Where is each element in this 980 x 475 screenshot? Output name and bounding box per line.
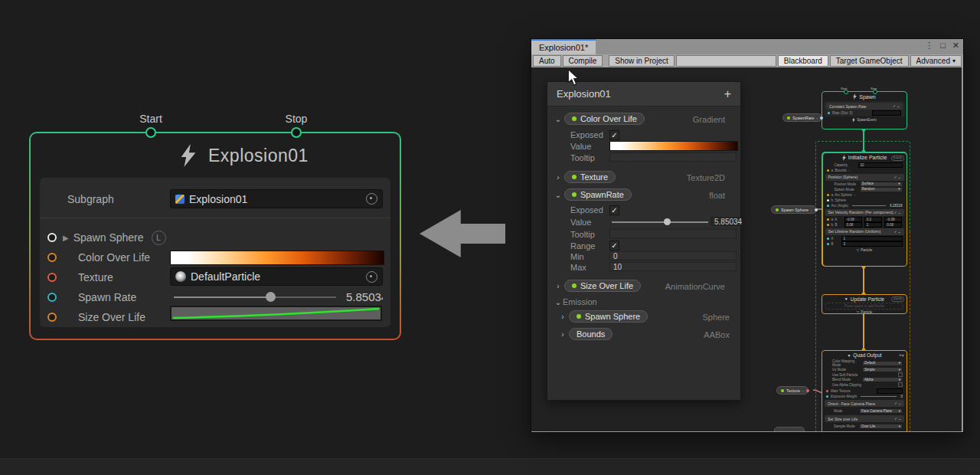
- velocity-a-port[interactable]: [827, 218, 829, 221]
- velocity-a-x[interactable]: -0.08: [844, 217, 862, 222]
- spawnrate-parameter-node[interactable]: SpawnRate ›: [782, 113, 822, 122]
- min-field[interactable]: 0: [609, 251, 737, 260]
- spawnrate-value-field[interactable]: 5.85034: [710, 217, 740, 226]
- main-texture-port[interactable]: [826, 390, 828, 392]
- property-pill-texture[interactable]: Texture: [564, 171, 616, 183]
- foldout-icon[interactable]: ›: [554, 282, 563, 290]
- property-pill-bounds[interactable]: Bounds: [569, 328, 612, 340]
- spawn-rate-port[interactable]: [47, 293, 57, 302]
- curve-field[interactable]: [170, 306, 382, 321]
- auto-button[interactable]: Auto: [533, 55, 561, 67]
- velocity-b-y[interactable]: 1: [864, 222, 882, 228]
- capacity-field[interactable]: 32: [858, 162, 903, 168]
- add-blocks-placeholder[interactable]: Press space to add blocks: [844, 304, 885, 308]
- bounds-port[interactable]: [827, 169, 829, 172]
- texture-field[interactable]: DefaultParticle: [170, 267, 383, 286]
- texture-parameter-node[interactable]: Texture ›: [776, 386, 808, 395]
- blend-mode-dropdown[interactable]: Alpha▾: [862, 377, 903, 382]
- main-texture-field[interactable]: [877, 388, 903, 394]
- graph-canvas[interactable]: Explosion01 + ⌄ Color Over Life Gradient…: [531, 67, 962, 431]
- rate-port[interactable]: [828, 112, 830, 114]
- blackboard-toggle-button[interactable]: Blackboard: [778, 55, 828, 67]
- tab-explosion01[interactable]: Explosion01*: [531, 39, 596, 54]
- spawn-mode-dropdown[interactable]: Random▾: [860, 187, 903, 192]
- foldout-icon[interactable]: ›: [558, 313, 567, 321]
- set-size-over-life-block[interactable]: Set Size over Life ✓ ⌄: [825, 415, 904, 422]
- orient-block[interactable]: Orient : Face Camera Plane ✓ ⌄: [825, 400, 904, 407]
- exposed-checkbox[interactable]: ✓: [609, 205, 619, 215]
- close-icon[interactable]: ✕: [952, 41, 959, 51]
- collapse-icon[interactable]: ›: [802, 388, 804, 393]
- expand-icon[interactable]: ›: [854, 193, 856, 197]
- start-port[interactable]: [145, 127, 156, 138]
- size-over-life-port[interactable]: [47, 313, 57, 322]
- gradient-value-field[interactable]: [609, 141, 738, 151]
- lifetime-b-field[interactable]: 3: [841, 241, 903, 247]
- spawn-rate-value[interactable]: 5.85034: [346, 290, 383, 304]
- tooltip-field[interactable]: [609, 229, 737, 238]
- property-pill-color-over-life[interactable]: Color Over Life: [564, 113, 645, 125]
- rate-field[interactable]: [872, 110, 901, 116]
- clipped-parameter-node[interactable]: [774, 427, 805, 431]
- set-lifetime-random-block[interactable]: Set Lifetime Random (Uniform) ✓ ⌄: [825, 228, 904, 235]
- spawn-sphere-parameter-node[interactable]: Spawn Sphere ›: [771, 205, 817, 214]
- foldout-icon[interactable]: ›: [558, 330, 567, 339]
- exposed-checkbox[interactable]: ✓: [609, 130, 619, 140]
- foldout-icon[interactable]: ⌄: [554, 115, 563, 123]
- foldout-icon[interactable]: ⌄: [554, 191, 563, 199]
- arc-port[interactable]: [827, 205, 829, 207]
- property-pill-spawn-sphere[interactable]: Spawn Sphere: [569, 310, 648, 323]
- orient-mode-dropdown[interactable]: Face Camera Plane▾: [859, 408, 903, 414]
- add-property-button[interactable]: +: [724, 88, 731, 100]
- show-in-project-button[interactable]: Show in Project: [609, 55, 674, 67]
- advanced-dropdown-button[interactable]: Advanced▾: [910, 55, 962, 67]
- vfx-graph-window[interactable]: Explosion01* ⋮ □ ✕ Auto Compile Show in …: [531, 38, 964, 433]
- position-sphere-block[interactable]: Position (Sphere) ✓ ⌄: [825, 174, 904, 181]
- max-field[interactable]: 10: [609, 262, 737, 271]
- space-badge[interactable]: (Local): [891, 156, 904, 161]
- update-node[interactable]: ▼ Update Particle (Local) Press space to…: [822, 294, 907, 314]
- spawn-rate-slider[interactable]: [174, 296, 336, 299]
- spawn-node[interactable]: Spawn Constant Spawn Rate ✓ ⌄ Rate (Slot…: [822, 91, 907, 129]
- arc-value[interactable]: 6.28318: [890, 204, 902, 208]
- spawnrate-slider[interactable]: [612, 221, 708, 223]
- collapse-icon[interactable]: ›: [811, 208, 812, 212]
- color-over-life-port[interactable]: [47, 253, 57, 262]
- property-pill-spawnrate[interactable]: SpawnRate: [564, 188, 632, 201]
- exposure-port[interactable]: [826, 395, 828, 398]
- velocity-b-z[interactable]: 0.08: [884, 222, 902, 228]
- quad-output-node[interactable]: ▼ Quad Output ⊞◉ Color Mapping Mode Defa…: [822, 350, 907, 431]
- tooltip-field[interactable]: [609, 152, 737, 162]
- window-menu-icon[interactable]: ⋮: [925, 41, 933, 51]
- slider-handle[interactable]: [664, 218, 671, 225]
- subgraph-node[interactable]: Explosion01 Subgraph Explosion01 ▶ Spawn…: [29, 132, 401, 340]
- lifetime-b-port[interactable]: [827, 243, 829, 245]
- sample-mode-dropdown[interactable]: Over Life▾: [859, 424, 903, 429]
- constant-spawn-rate-block[interactable]: Constant Spawn Rate ✓ ⌄: [826, 103, 903, 110]
- object-picker-icon[interactable]: [366, 271, 377, 283]
- expand-icon[interactable]: ›: [849, 169, 851, 172]
- velocity-a-z[interactable]: -0.08: [884, 217, 902, 222]
- foldout-triangle-icon[interactable]: ▶: [63, 234, 69, 242]
- color-mapping-dropdown[interactable]: Default▾: [862, 361, 903, 366]
- exposure-value[interactable]: 0: [900, 395, 903, 398]
- space-badge[interactable]: (Local): [891, 296, 904, 302]
- output-port[interactable]: [806, 389, 809, 392]
- initialize-node[interactable]: Initialize Particle (Local) Capacity 32 …: [822, 152, 907, 267]
- lifetime-a-port[interactable]: [827, 238, 829, 240]
- subgraph-field[interactable]: Explosion01: [170, 189, 383, 208]
- stop-port[interactable]: [291, 127, 302, 138]
- set-velocity-random-block[interactable]: Set Velocity Random (Per component) ✓ ⌄: [825, 209, 904, 216]
- lifetime-a-field[interactable]: 1: [841, 236, 903, 241]
- property-pill-size-over-life[interactable]: Size Over Life: [564, 280, 641, 292]
- texture-port[interactable]: [47, 273, 57, 282]
- velocity-b-x[interactable]: 0.08: [844, 222, 862, 228]
- foldout-icon[interactable]: ›: [554, 173, 563, 182]
- foldout-icon[interactable]: ⌄: [554, 298, 563, 306]
- blackboard-panel[interactable]: Explosion01 + ⌄ Color Over Life Gradient…: [547, 81, 741, 401]
- arc-sphere-port[interactable]: [827, 194, 829, 196]
- output-port[interactable]: [815, 208, 818, 211]
- object-picker-icon[interactable]: [366, 193, 377, 205]
- spawn-sphere-port[interactable]: [47, 233, 57, 242]
- uv-mode-dropdown[interactable]: Simple▾: [862, 367, 903, 372]
